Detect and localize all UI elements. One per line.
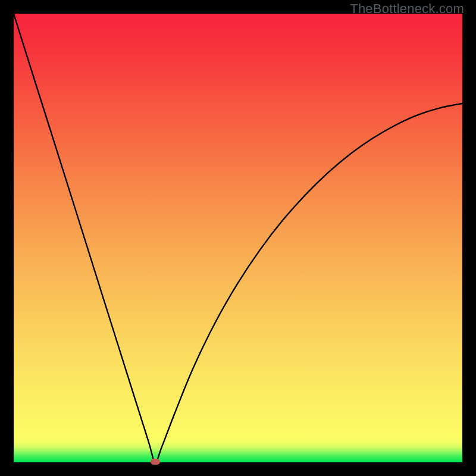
chart-frame: TheBottleneck.com [0,0,476,476]
plot-area [14,14,462,462]
bottleneck-curve [14,14,462,462]
minimum-marker [151,459,160,465]
curve-svg [14,14,462,462]
